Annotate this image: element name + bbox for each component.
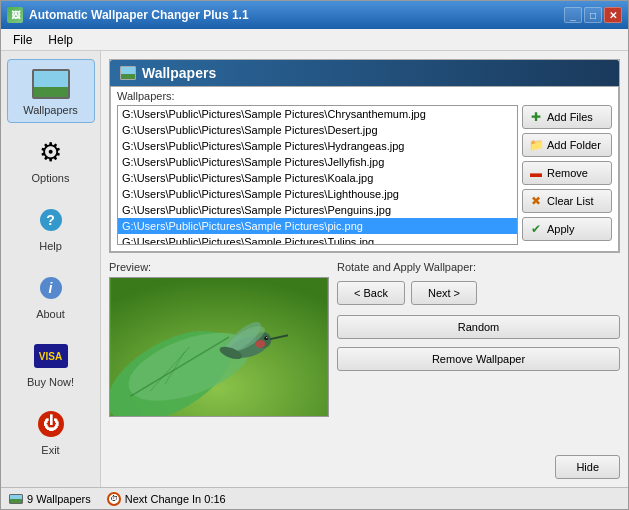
file-list-item[interactable]: G:\Users\Public\Pictures\Sample Pictures… [118,170,517,186]
random-btn-row: Random [337,313,620,339]
clock-icon: ⏱ [107,492,121,506]
add-folder-icon: 📁 [529,138,543,152]
sidebar-item-wallpapers[interactable]: Wallpapers [7,59,95,123]
next-change: Next Change In 0:16 [125,493,226,505]
sidebar-label-buynow: Buy Now! [27,376,74,388]
apply-button[interactable]: ✔ Apply [522,217,612,241]
minimize-button[interactable]: _ [564,7,582,23]
apply-label: Apply [547,223,575,235]
file-list[interactable]: G:\Users\Public\Pictures\Sample Pictures… [117,105,518,245]
main-window: 🖼 Automatic Wallpaper Changer Plus 1.1 _… [0,0,629,510]
clear-list-icon: ✖ [529,194,543,208]
file-list-item[interactable]: G:\Users\Public\Pictures\Sample Pictures… [118,138,517,154]
section-header: Wallpapers [110,60,619,86]
sidebar-item-options[interactable]: ⚙ Options [7,127,95,191]
add-folder-button[interactable]: 📁 Add Folder [522,133,612,157]
add-files-label: Add Files [547,111,593,123]
remove-wallpaper-btn-row: Remove Wallpaper [337,347,620,371]
clear-list-button[interactable]: ✖ Clear List [522,189,612,213]
file-list-item[interactable]: G:\Users\Public\Pictures\Sample Pictures… [118,186,517,202]
file-list-item[interactable]: G:\Users\Public\Pictures\Sample Pictures… [118,218,517,234]
help-icon: ? [31,202,71,238]
add-folder-label: Add Folder [547,139,601,151]
section-title: Wallpapers [142,65,216,81]
main-content: Wallpapers ⚙ Options ? Help i About [1,51,628,487]
svg-point-9 [264,336,268,340]
nav-buttons-row: < Back Next > [337,281,620,305]
back-button[interactable]: < Back [337,281,405,305]
menu-bar: File Help [1,29,628,51]
add-files-icon: ✚ [529,110,543,124]
sidebar-label-help: Help [39,240,62,252]
remove-icon: ▬ [529,166,543,180]
preview-image [109,277,329,417]
wallpaper-count: 9 Wallpapers [27,493,91,505]
about-icon: i [31,270,71,306]
sidebar-item-exit[interactable]: ⏻ Exit [7,399,95,463]
sidebar-item-buynow[interactable]: VISA Buy Now! [7,331,95,395]
svg-point-10 [266,337,267,338]
rotate-area: Rotate and Apply Wallpaper: < Back Next … [337,261,620,479]
apply-icon: ✔ [529,222,543,236]
sidebar-label-exit: Exit [41,444,59,456]
wallpapers-area: Wallpapers: G:\Users\Public\Pictures\Sam… [110,86,619,252]
remove-wallpaper-button[interactable]: Remove Wallpaper [337,347,620,371]
close-button[interactable]: ✕ [604,7,622,23]
random-button[interactable]: Random [337,315,620,339]
sidebar-label-about: About [36,308,65,320]
sidebar-label-wallpapers: Wallpapers [23,104,78,116]
app-icon: 🖼 [7,7,23,23]
sidebar: Wallpapers ⚙ Options ? Help i About [1,51,101,487]
action-buttons: ✚ Add Files 📁 Add Folder ▬ Remove [522,105,612,245]
right-panel: Wallpapers Wallpapers: G:\Users\Public\P… [101,51,628,487]
window-title: Automatic Wallpaper Changer Plus 1.1 [29,8,564,22]
file-list-item[interactable]: G:\Users\Public\Pictures\Sample Pictures… [118,106,517,122]
hide-btn-row: Hide [337,455,620,479]
wallpaper-count-item: 9 Wallpapers [9,493,91,505]
sidebar-label-options: Options [32,172,70,184]
hide-button[interactable]: Hide [555,455,620,479]
window-controls: _ □ ✕ [564,7,622,23]
sidebar-item-help[interactable]: ? Help [7,195,95,259]
preview-area: Preview: [109,261,329,479]
sidebar-item-about[interactable]: i About [7,263,95,327]
rotate-label: Rotate and Apply Wallpaper: [337,261,620,273]
remove-button[interactable]: ▬ Remove [522,161,612,185]
buynow-icon: VISA [31,338,71,374]
file-list-item[interactable]: G:\Users\Public\Pictures\Sample Pictures… [118,202,517,218]
title-bar: 🖼 Automatic Wallpaper Changer Plus 1.1 _… [1,1,628,29]
file-list-item[interactable]: G:\Users\Public\Pictures\Sample Pictures… [118,122,517,138]
clear-list-label: Clear List [547,195,593,207]
section-icon [120,66,136,80]
status-bar: 9 Wallpapers ⏱ Next Change In 0:16 [1,487,628,509]
svg-point-14 [255,340,265,348]
file-list-item[interactable]: G:\Users\Public\Pictures\Sample Pictures… [118,234,517,245]
wallpaper-status-icon [9,494,23,504]
remove-label: Remove [547,167,588,179]
exit-icon: ⏻ [31,406,71,442]
file-list-item[interactable]: G:\Users\Public\Pictures\Sample Pictures… [118,154,517,170]
maximize-button[interactable]: □ [584,7,602,23]
options-icon: ⚙ [31,134,71,170]
next-button[interactable]: Next > [411,281,477,305]
wallpapers-panel: Wallpapers Wallpapers: G:\Users\Public\P… [109,59,620,253]
wallpapers-content: G:\Users\Public\Pictures\Sample Pictures… [111,105,618,251]
menu-file[interactable]: File [5,31,40,49]
add-files-button[interactable]: ✚ Add Files [522,105,612,129]
wallpapers-icon [31,66,71,102]
wallpapers-label: Wallpapers: [111,87,618,105]
menu-help[interactable]: Help [40,31,81,49]
next-change-item: ⏱ Next Change In 0:16 [107,492,226,506]
bottom-section: Preview: [109,261,620,479]
preview-label: Preview: [109,261,329,273]
